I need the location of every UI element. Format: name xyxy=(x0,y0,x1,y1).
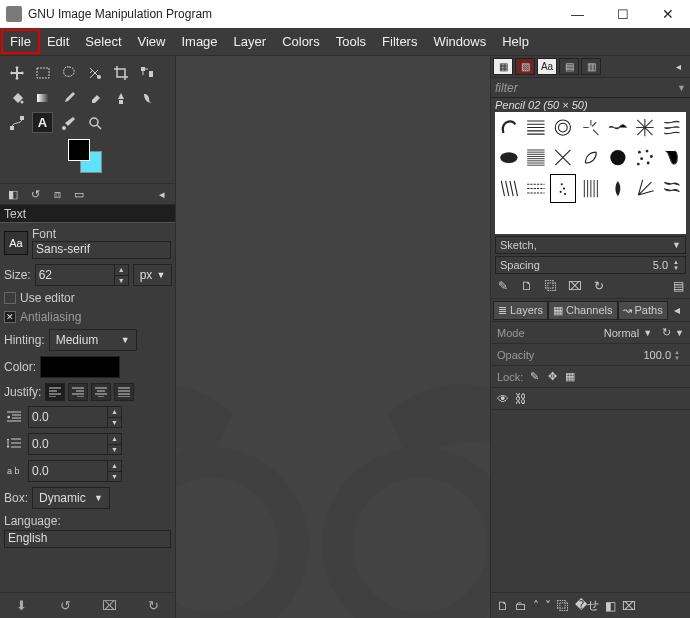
brush-item[interactable] xyxy=(659,113,685,142)
spacing-stepper[interactable]: ▲▼ xyxy=(671,259,681,271)
rect-select-tool-icon[interactable] xyxy=(32,62,53,83)
menu-help[interactable]: Help xyxy=(494,30,537,53)
line-spacing-input[interactable] xyxy=(28,433,108,455)
brush-item[interactable] xyxy=(577,204,603,233)
menu-file[interactable]: File xyxy=(2,30,39,53)
text-tool-icon[interactable]: A xyxy=(32,112,53,133)
menu-layer[interactable]: Layer xyxy=(226,30,275,53)
dock-menu-icon[interactable]: ◂ xyxy=(153,186,171,202)
brush-item[interactable] xyxy=(523,204,549,233)
font-preview-icon[interactable]: Aa xyxy=(4,231,28,255)
use-editor-checkbox[interactable] xyxy=(4,292,16,304)
menu-filters[interactable]: Filters xyxy=(374,30,425,53)
color-swatches[interactable] xyxy=(68,139,108,175)
line-spacing-stepper[interactable]: ▲▼ xyxy=(108,433,122,455)
save-preset-icon[interactable]: ⬇ xyxy=(12,597,32,615)
history-tab-icon[interactable]: ▤ xyxy=(559,58,579,75)
raise-layer-icon[interactable]: ˄ xyxy=(533,599,539,613)
brush-item[interactable] xyxy=(605,204,631,233)
brush-spacing-field[interactable]: Spacing 5.0 ▲▼ xyxy=(495,256,686,274)
fuzzy-select-tool-icon[interactable] xyxy=(84,62,105,83)
menu-edit[interactable]: Edit xyxy=(39,30,77,53)
menu-windows[interactable]: Windows xyxy=(425,30,494,53)
link-icon[interactable]: ⛓ xyxy=(515,392,527,406)
brushes-tab-icon[interactable]: ▦ xyxy=(493,58,513,75)
size-input[interactable] xyxy=(35,264,115,286)
brush-grid[interactable] xyxy=(495,112,686,234)
maximize-button[interactable]: ☐ xyxy=(600,0,645,28)
merge-layer-icon[interactable]: �せ xyxy=(575,597,599,614)
brush-item[interactable] xyxy=(496,204,522,233)
brush-delete-icon[interactable]: ⌧ xyxy=(567,278,583,294)
transform-tool-icon[interactable] xyxy=(136,62,157,83)
eraser-tool-icon[interactable] xyxy=(84,87,105,108)
history-tab-icon[interactable]: ⧈ xyxy=(48,186,66,202)
menu-view[interactable]: View xyxy=(130,30,174,53)
zoom-tool-icon[interactable] xyxy=(84,112,105,133)
mode-select[interactable]: Normal▼ ↻▼ xyxy=(604,326,684,339)
brush-item[interactable] xyxy=(523,174,549,203)
smudge-tool-icon[interactable] xyxy=(136,87,157,108)
language-field[interactable]: English xyxy=(4,530,171,548)
antialias-checkbox[interactable]: ✕ xyxy=(4,311,16,323)
brush-item[interactable] xyxy=(577,174,603,203)
device-tab-icon[interactable]: ↺ xyxy=(26,186,44,202)
menu-select[interactable]: Select xyxy=(77,30,129,53)
minimize-button[interactable]: — xyxy=(555,0,600,28)
path-tool-icon[interactable] xyxy=(6,112,27,133)
new-group-icon[interactable]: 🗀 xyxy=(515,599,527,613)
brush-item[interactable] xyxy=(496,174,522,203)
fonts-tab-icon[interactable]: Aa xyxy=(537,58,557,75)
brush-item[interactable] xyxy=(659,204,685,233)
tab-channels[interactable]: ▦Channels xyxy=(548,301,617,320)
opacity-stepper[interactable]: ▲▼ xyxy=(674,349,684,361)
brush-duplicate-icon[interactable]: ⿻ xyxy=(543,278,559,294)
gradient-tool-icon[interactable] xyxy=(32,87,53,108)
brush-item[interactable] xyxy=(550,204,576,233)
letter-spacing-stepper[interactable]: ▲▼ xyxy=(108,460,122,482)
color-picker-tool-icon[interactable] xyxy=(58,112,79,133)
dock-menu-icon[interactable]: ◂ xyxy=(668,58,688,75)
brush-refresh-icon[interactable]: ↻ xyxy=(591,278,607,294)
layer-opacity-row[interactable]: Opacity 100.0 ▲▼ xyxy=(491,344,690,366)
brush-item[interactable] xyxy=(550,113,576,142)
letter-spacing-input[interactable] xyxy=(28,460,108,482)
lower-layer-icon[interactable]: ˅ xyxy=(545,599,551,613)
indent-stepper[interactable]: ▲▼ xyxy=(108,406,122,428)
lock-alpha-icon[interactable]: ▦ xyxy=(563,370,577,384)
foreground-color-swatch[interactable] xyxy=(68,139,90,161)
font-field[interactable]: Sans-serif xyxy=(32,241,171,259)
reset-preset-icon[interactable]: ↻ xyxy=(143,597,163,615)
brush-item[interactable] xyxy=(605,174,631,203)
lock-position-icon[interactable]: ✥ xyxy=(545,370,559,384)
brush-item[interactable] xyxy=(577,143,603,172)
mask-layer-icon[interactable]: ◧ xyxy=(605,599,616,613)
delete-preset-icon[interactable]: ⌧ xyxy=(99,597,119,615)
image-tab-icon[interactable]: ▭ xyxy=(70,186,88,202)
crop-tool-icon[interactable] xyxy=(110,62,131,83)
free-select-tool-icon[interactable] xyxy=(58,62,79,83)
justify-fill-icon[interactable] xyxy=(114,383,134,401)
menu-tools[interactable]: Tools xyxy=(328,30,374,53)
clone-tool-icon[interactable] xyxy=(110,87,131,108)
size-unit-select[interactable]: px▼ xyxy=(133,264,173,286)
new-layer-icon[interactable]: 🗋 xyxy=(497,599,509,613)
canvas-area[interactable] xyxy=(176,56,490,618)
brush-open-icon[interactable]: ▤ xyxy=(670,278,686,294)
tool-options-tab-icon[interactable]: ◧ xyxy=(4,186,22,202)
patterns-tab-icon[interactable]: ▧ xyxy=(515,58,535,75)
restore-preset-icon[interactable]: ↺ xyxy=(56,597,76,615)
lock-pixels-icon[interactable]: ✎ xyxy=(527,370,541,384)
duplicate-layer-icon[interactable]: ⿻ xyxy=(557,599,569,613)
bucket-tool-icon[interactable] xyxy=(6,87,27,108)
tab-paths[interactable]: ↝Paths xyxy=(618,301,668,320)
justify-right-icon[interactable] xyxy=(68,383,88,401)
brush-item[interactable] xyxy=(632,143,658,172)
brush-item[interactable] xyxy=(523,143,549,172)
brush-tag-select[interactable]: Sketch,▼ xyxy=(495,236,686,254)
dock-menu-icon[interactable]: ◂ xyxy=(674,303,688,317)
delete-layer-icon[interactable]: ⌧ xyxy=(622,599,636,613)
brush-item[interactable] xyxy=(550,143,576,172)
close-button[interactable]: ✕ xyxy=(645,0,690,28)
brush-item[interactable] xyxy=(632,174,658,203)
